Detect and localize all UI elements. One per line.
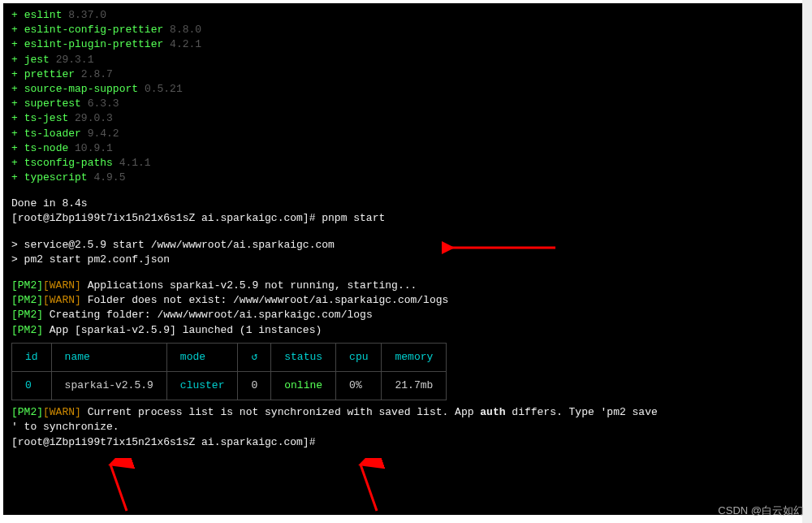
shell-prompt-2[interactable]: [root@iZbp1i99t7ix15n21x6s1sZ ai.sparkai…: [11, 435, 801, 450]
col-restarts: ↺: [238, 343, 271, 371]
dep-line: + supertest 6.3.3: [11, 97, 801, 111]
dep-line: + eslint-config-prettier 8.8.0: [11, 23, 801, 37]
pm2-warn-line-1: [PM2][WARN] Applications sparkai-v2.5.9 …: [11, 279, 801, 293]
pm2-warn-line-2: [PM2][WARN] Folder does not exist: /www/…: [11, 293, 801, 308]
dep-line: + prettier 2.8.7: [11, 67, 801, 82]
col-id: id: [12, 343, 52, 371]
dep-line: + ts-node 10.9.1: [11, 141, 801, 156]
cell-mode: cluster: [166, 371, 238, 400]
shell-prompt-1[interactable]: [root@iZbp1i99t7ix15n21x6s1sZ ai.sparkai…: [11, 211, 801, 226]
dep-line: + source-map-support 0.5.21: [11, 82, 801, 97]
svg-line-1: [110, 465, 127, 511]
dep-line: + jest 29.3.1: [11, 53, 801, 67]
viewport: + eslint 8.37.0 + eslint-config-prettier…: [0, 0, 812, 523]
dep-line: + ts-loader 9.4.2: [11, 127, 801, 141]
cell-cpu: 0%: [336, 371, 382, 400]
pm2-sync-warn-2: ' to synchronize.: [11, 420, 801, 434]
arrow-annotation-2: [94, 458, 143, 515]
terminal[interactable]: + eslint 8.37.0 + eslint-config-prettier…: [3, 3, 809, 515]
cell-name: sparkai-v2.5.9: [51, 371, 166, 400]
col-mode: mode: [166, 343, 238, 371]
dep-line: + ts-jest 29.0.3: [11, 111, 801, 126]
dep-line: + eslint-plugin-prettier 4.2.1: [11, 37, 801, 52]
table-header-row: id name mode ↺ status cpu memory: [12, 343, 447, 371]
table-row: 0 sparkai-v2.5.9 cluster 0 online 0% 21.…: [12, 371, 447, 400]
pm2-info-line-2: [PM2] App [sparkai-v2.5.9] launched (1 i…: [11, 323, 801, 338]
watermark: CSDN @白云如幻: [718, 504, 804, 518]
typed-command: pnpm start: [322, 212, 385, 224]
col-cpu: cpu: [336, 343, 382, 371]
col-memory: memory: [382, 343, 447, 371]
dep-line: + eslint 8.37.0: [11, 8, 801, 23]
svg-line-2: [361, 465, 377, 511]
cell-status: online: [271, 371, 336, 400]
col-name: name: [51, 343, 166, 371]
scrollbar[interactable]: [802, 0, 812, 523]
col-status: status: [271, 343, 336, 371]
cell-memory: 21.7mb: [382, 371, 447, 400]
npm-start-line-2: > pm2 start pm2.conf.json: [11, 253, 801, 267]
pm2-sync-warn-1: [PM2][WARN] Current process list is not …: [11, 405, 801, 420]
done-line: Done in 8.4s: [11, 197, 801, 211]
dep-line: + tsconfig-paths 4.1.1: [11, 156, 801, 171]
pm2-info-line-1: [PM2] Creating folder: /www/wwwroot/ai.s…: [11, 308, 801, 322]
cell-id: 0: [12, 371, 52, 400]
arrow-annotation-3: [344, 458, 393, 515]
cell-restarts: 0: [238, 371, 271, 400]
pm2-table: id name mode ↺ status cpu memory 0 spark…: [11, 343, 447, 400]
prompt-prefix: [root@iZbp1i99t7ix15n21x6s1sZ ai.sparkai…: [11, 212, 322, 224]
npm-start-line-1: > service@2.5.9 start /www/wwwroot/ai.sp…: [11, 238, 801, 253]
dep-line: + typescript 4.9.5: [11, 171, 801, 185]
